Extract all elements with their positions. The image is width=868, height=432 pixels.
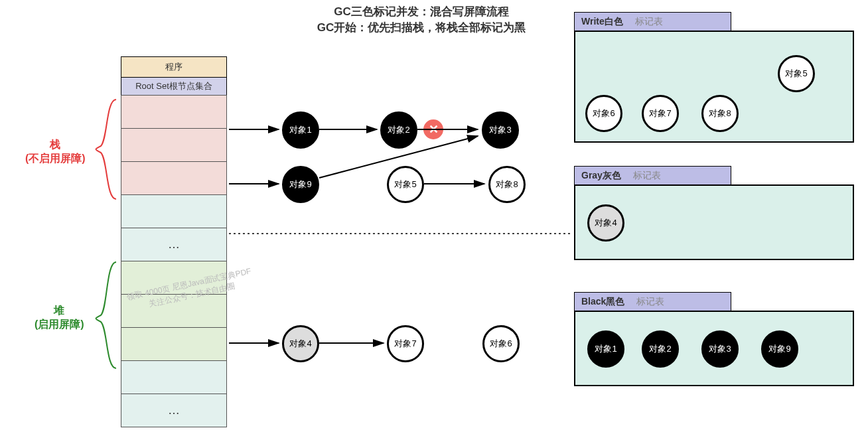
diagram-root: GC三色标记并发：混合写屏障流程 GC开始：优先扫描栈，将栈全部标记为黑 栈 (… <box>0 0 868 432</box>
gray-obj4: 对象4 <box>587 204 624 242</box>
heap-sub: (启用屏障) <box>35 318 84 332</box>
heap-title: 堆 <box>35 304 84 318</box>
node-obj4: 对象4 <box>282 325 319 362</box>
black-panel: 对象1 对象2 对象3 对象9 <box>574 311 854 386</box>
node-obj5: 对象5 <box>387 166 424 203</box>
node-obj8: 对象8 <box>488 166 526 203</box>
stack-title: 栈 <box>25 138 86 152</box>
black-obj1: 对象1 <box>587 330 624 368</box>
stack-row-1 <box>121 95 227 129</box>
title-line2: GC开始：优先扫描栈，将栈全部标记为黑 <box>279 20 564 36</box>
black-obj9: 对象9 <box>761 330 798 368</box>
black-obj2: 对象2 <box>642 330 679 368</box>
white-obj8: 对象8 <box>701 95 739 132</box>
node-obj6: 对象6 <box>482 325 520 362</box>
white-tab-suffix: 标记表 <box>635 16 663 28</box>
white-panel: 对象5 对象6 对象7 对象8 <box>574 31 854 143</box>
program-column: 程序 Root Set根节点集合 … … <box>121 56 227 427</box>
heap-row-3 <box>121 327 227 361</box>
divider-row-2 <box>121 360 227 394</box>
gray-tab-suffix: 标记表 <box>633 170 661 182</box>
gray-tab: Gray灰色 标记表 <box>574 166 731 186</box>
white-obj6: 对象6 <box>585 95 622 132</box>
divider-row-1 <box>121 194 227 228</box>
black-tab-name: Black黑色 <box>581 296 624 308</box>
black-tab: Black黑色 标记表 <box>574 292 731 312</box>
stack-label: 栈 (不启用屏障) <box>25 138 86 166</box>
stack-row-3 <box>121 161 227 195</box>
title-block: GC三色标记并发：混合写屏障流程 GC开始：优先扫描栈，将栈全部标记为黑 <box>279 4 564 36</box>
ellipsis-row-1: … <box>121 228 227 261</box>
rootset-box: Root Set根节点集合 <box>121 77 227 96</box>
black-tab-suffix: 标记表 <box>636 296 664 308</box>
heap-label: 堆 (启用屏障) <box>35 304 84 332</box>
ellipsis-row-2: … <box>121 394 227 427</box>
white-tab-name: Write白色 <box>581 16 623 28</box>
title-line1: GC三色标记并发：混合写屏障流程 <box>279 4 564 20</box>
gray-panel: 对象4 <box>574 184 854 260</box>
white-obj7: 对象7 <box>642 95 679 132</box>
node-obj3: 对象3 <box>482 111 519 149</box>
gray-tab-name: Gray灰色 <box>581 170 621 182</box>
node-obj2: 对象2 <box>380 111 417 149</box>
program-header: 程序 <box>121 56 227 78</box>
stack-row-2 <box>121 128 227 162</box>
black-obj3: 对象3 <box>701 330 739 368</box>
white-tab: Write白色 标记表 <box>574 12 731 32</box>
delete-icon: ✕ <box>423 119 443 139</box>
white-obj5: 对象5 <box>778 55 815 92</box>
node-obj1: 对象1 <box>282 111 319 149</box>
node-obj9: 对象9 <box>282 166 319 203</box>
node-obj7: 对象7 <box>387 325 424 362</box>
stack-sub: (不启用屏障) <box>25 152 86 166</box>
